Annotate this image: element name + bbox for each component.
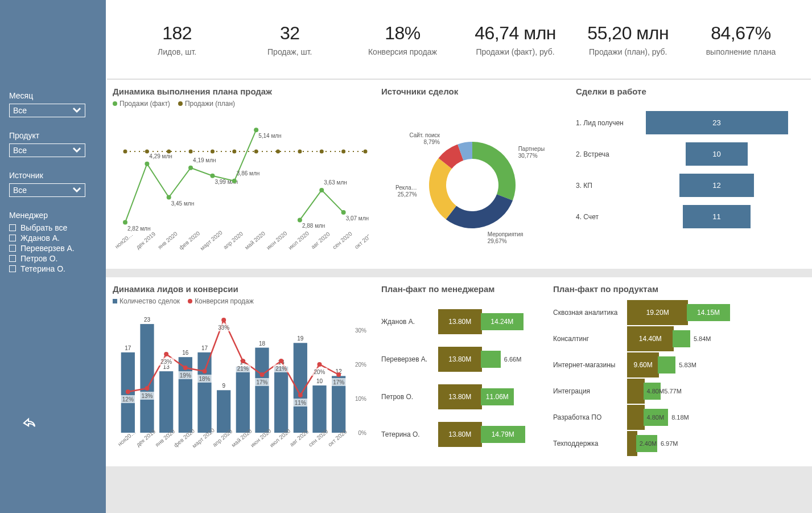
filter-source-label: Источник	[9, 171, 97, 180]
svg-text:5,14 млн: 5,14 млн	[258, 133, 281, 139]
legend-fact: Продажи (факт)	[113, 100, 170, 108]
kpi-card: 32Продаж, шт.	[233, 23, 346, 56]
pf-row: Тетерина О. 13.80M 14.79M	[381, 416, 541, 453]
svg-point-12	[123, 220, 127, 225]
funnel-row: 1. Лид получен 23	[576, 111, 805, 134]
svg-text:дек 2019: дек 2019	[135, 231, 157, 251]
svg-point-88	[203, 369, 207, 374]
pf-row-label: Жданов А.	[381, 318, 438, 326]
funnel-bar: 23	[646, 111, 788, 134]
svg-text:11%: 11%	[295, 400, 306, 406]
filter-product: Продукт Все	[9, 131, 97, 157]
kpi-card: 46,74 млнПродажи (факт), руб.	[459, 23, 572, 56]
pf-row-label: Разработка ПО	[553, 413, 627, 421]
chart-title: План-факт по менеджерам	[381, 284, 541, 294]
pf-row-label: Тетерина О.	[381, 430, 438, 438]
chart-pfm-body: Жданов А. 13.80M 14.24M Переверзев А. 13…	[381, 297, 541, 464]
svg-text:Партнеры: Партнеры	[518, 146, 545, 152]
pf-fact-label: 6.97M	[661, 440, 678, 447]
pf-plan-bar: 13.80M	[438, 384, 482, 409]
manager-check-item[interactable]: Тетерина О.	[9, 264, 97, 273]
svg-point-11	[364, 150, 368, 154]
svg-text:март 2020: март 2020	[199, 229, 224, 252]
svg-text:18: 18	[259, 340, 266, 347]
sidebar: Месяц Все Продукт Все Источник Все Менед…	[0, 0, 106, 513]
svg-text:30%: 30%	[355, 327, 366, 334]
svg-text:Рекла…: Рекла…	[395, 184, 417, 191]
kpi-value: 55,20 млн	[572, 23, 685, 44]
svg-rect-68	[274, 367, 288, 433]
top-charts-row: Динамика выполнения плана продаж Продажи…	[106, 80, 812, 269]
svg-point-26	[298, 217, 302, 222]
pf-fact-bar	[481, 351, 501, 368]
svg-rect-64	[236, 367, 250, 433]
kpi-label: Продаж, шт.	[233, 47, 346, 56]
svg-text:23: 23	[144, 317, 151, 323]
funnel-stage-label: 3. КП	[576, 182, 628, 190]
filter-month: Месяц Все	[9, 91, 97, 117]
chart-donut-body: Партнеры30,77%Мероприятия29,67%Рекла…25,…	[381, 100, 563, 266]
manager-check-item[interactable]: Петров О.	[9, 254, 97, 263]
chart-pf-products: План-факт по продуктам Сквозная аналитик…	[547, 277, 811, 466]
svg-text:33%: 33%	[218, 325, 229, 331]
svg-point-8	[298, 150, 302, 154]
svg-point-76	[126, 389, 130, 394]
legend-plan: Продажи (план)	[178, 100, 235, 108]
pf-fact-label: 8.18M	[671, 414, 689, 421]
pf-plan-bar	[627, 379, 645, 404]
pf-plan-bar: 14.40M	[627, 326, 674, 351]
kpi-value: 18%	[346, 23, 459, 44]
filter-month-value: Все	[13, 106, 27, 115]
svg-text:4,19 млн: 4,19 млн	[193, 157, 216, 163]
svg-text:авг 2020: авг 2020	[310, 231, 331, 250]
pf-fact-bar: 14.15M	[687, 304, 730, 321]
kpi-value: 32	[233, 23, 346, 44]
svg-text:май 2020: май 2020	[244, 230, 266, 251]
filter-month-select[interactable]: Все	[9, 104, 85, 117]
chart-dynamics-body: 2,82 млн4,29 млн3,45 млн4,19 млн3,99 млн…	[113, 110, 369, 266]
chart-sources: Источники сделок Партнеры30,77%Мероприят…	[376, 80, 569, 269]
undo-icon	[20, 417, 38, 431]
svg-point-94	[241, 359, 245, 363]
filter-product-select[interactable]: Все	[9, 143, 85, 157]
manager-check-item[interactable]: Жданов А.	[9, 233, 97, 243]
svg-point-106	[318, 362, 322, 367]
pf-row: Техподдержка 2.40M 6.97M	[553, 430, 805, 457]
svg-point-7	[276, 150, 280, 154]
manager-check-item[interactable]: Выбрать все	[9, 223, 97, 232]
svg-point-4	[211, 150, 215, 154]
svg-point-0	[123, 150, 127, 154]
svg-point-20	[210, 174, 215, 178]
svg-text:25,27%: 25,27%	[398, 191, 417, 198]
dashboard-root: Месяц Все Продукт Все Источник Все Менед…	[0, 0, 812, 513]
filter-source-select[interactable]: Все	[9, 183, 85, 197]
svg-text:8,79%: 8,79%	[424, 139, 440, 145]
funnel-bar: 12	[679, 174, 753, 197]
kpi-label: Продажи (факт), руб.	[459, 47, 572, 56]
svg-point-16	[167, 195, 171, 200]
pf-fact-bar	[673, 330, 690, 347]
chart-title: Источники сделок	[381, 87, 563, 96]
kpi-card: 84,67%выполнение плана	[685, 23, 797, 56]
kpi-label: выполнение плана	[685, 47, 797, 56]
manager-name: Петров О.	[20, 254, 57, 263]
svg-point-97	[260, 372, 265, 377]
pf-fact-bar	[658, 356, 675, 374]
manager-name: Жданов А.	[20, 233, 60, 243]
kpi-card: 182Лидов, шт.	[121, 23, 233, 56]
svg-text:3,63 млн: 3,63 млн	[324, 179, 347, 186]
svg-text:17: 17	[201, 345, 208, 351]
manager-check-item[interactable]: Переверзев А.	[9, 244, 97, 253]
svg-text:июн 2020: июн 2020	[265, 230, 288, 251]
svg-text:3,07 млн: 3,07 млн	[346, 215, 369, 221]
svg-text:17%: 17%	[256, 379, 267, 385]
svg-point-22	[232, 179, 237, 183]
svg-text:12%: 12%	[122, 396, 134, 403]
svg-text:0%: 0%	[358, 430, 367, 436]
svg-point-79	[145, 386, 150, 391]
back-button[interactable]	[20, 417, 38, 433]
filter-source: Источник Все	[9, 171, 97, 197]
chevron-down-icon	[72, 107, 81, 114]
chart-title: Динамика выполнения плана продаж	[113, 87, 369, 96]
svg-point-85	[183, 366, 188, 370]
